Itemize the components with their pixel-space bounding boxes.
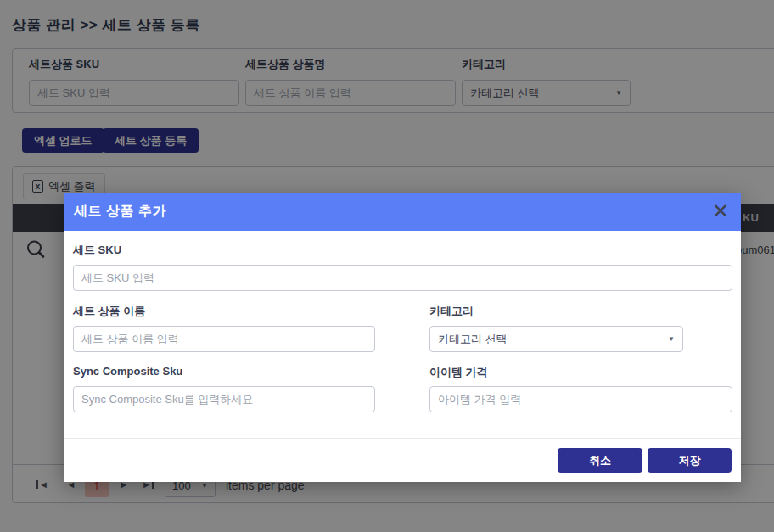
modal-item-price-input[interactable]: [429, 386, 732, 412]
modal-item-price-label: 아이템 가격: [429, 365, 488, 380]
add-set-product-modal: 세트 상품 추가 ✕ 세트 SKU 세트 상품 이름 카테고리 카테고리 선택 …: [64, 193, 741, 482]
modal-set-name-label: 세트 상품 이름: [73, 304, 145, 319]
save-button[interactable]: 저장: [648, 448, 732, 473]
modal-sync-sku-input[interactable]: [73, 386, 375, 412]
modal-set-sku-label: 세트 SKU: [73, 243, 121, 258]
close-icon[interactable]: ✕: [707, 198, 734, 225]
modal-set-name-input[interactable]: [73, 326, 375, 352]
modal-title: 세트 상품 추가: [74, 203, 166, 221]
app-screen: 상품 관리 >> 세트 상품 등록 세트상품 SKU 세트상품 상품명 카테고리…: [0, 0, 774, 532]
cancel-button[interactable]: 취소: [558, 448, 642, 473]
chevron-down-icon: ▼: [668, 335, 675, 343]
modal-set-sku-input[interactable]: [73, 265, 732, 291]
modal-sync-sku-label: Sync Composite Sku: [73, 365, 182, 378]
modal-category-dropdown[interactable]: 카테고리 선택 ▼: [429, 326, 683, 352]
modal-header: 세트 상품 추가 ✕: [64, 193, 741, 231]
modal-category-value: 카테고리 선택: [438, 332, 508, 347]
modal-footer-divider: [64, 438, 741, 439]
modal-category-label: 카테고리: [429, 304, 474, 319]
